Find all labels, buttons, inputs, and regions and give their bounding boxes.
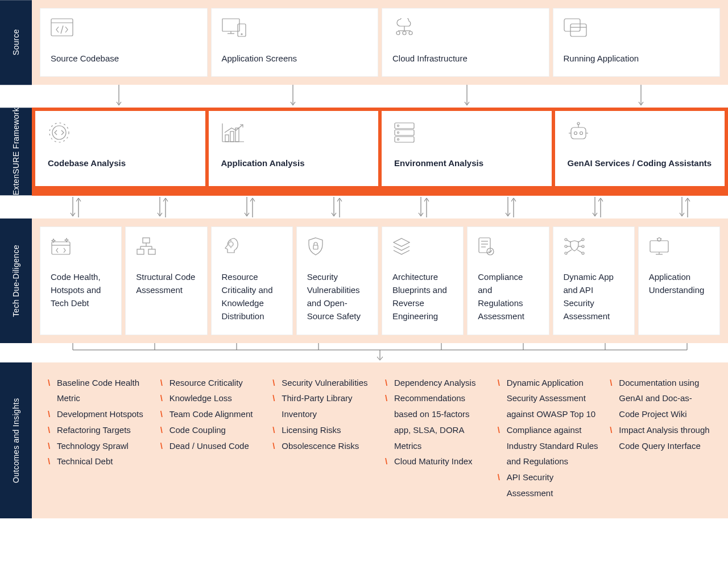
svg-rect-58 [143, 238, 150, 243]
svg-rect-59 [137, 249, 144, 254]
outcomes-col-5: Dynamic Application Security Assessment … [498, 375, 600, 501]
svg-point-7 [241, 34, 242, 35]
card-application-screens: Application Screens [211, 8, 379, 77]
svg-marker-69 [394, 238, 410, 246]
arrows-diligence-to-outcomes [32, 343, 728, 362]
list-item: Technical Debt [48, 453, 150, 469]
list-item: Documentation using GenAI and Doc-as-Cod… [610, 375, 712, 422]
card-label: Code Health, Hotspots and Tech Debt [51, 270, 111, 310]
list-item: Obsolescence Risks [272, 438, 375, 454]
outcomes-col-3: Security Vulnerabilities Third-Party Lib… [272, 375, 375, 501]
svg-rect-14 [570, 24, 586, 36]
card-codebase-analysis: Codebase Analysis [35, 111, 205, 185]
card-label: Architecture Blueprints and Reverse Engi… [392, 270, 453, 323]
list-item: Dynamic Application Security Assessment … [498, 375, 600, 422]
chart-growth-icon [221, 121, 246, 144]
row-label-outcomes: Outcomes and Insights [0, 362, 32, 518]
card-label: Compliance and Regulations Assessment [478, 270, 538, 323]
card-architecture-blueprints: Architecture Blueprints and Reverse Engi… [382, 226, 464, 335]
svg-line-81 [567, 240, 571, 242]
list-item: Impact Analysis through Code Query Inter… [610, 422, 712, 454]
card-label: Running Application [564, 52, 710, 65]
card-cloud-infrastructure: Cloud Infrastructure [382, 8, 549, 77]
framework-cards: Codebase Analysis Application Analysis E… [35, 111, 725, 185]
card-label: Structural Code Assessment [136, 270, 196, 297]
svg-rect-24 [225, 135, 229, 142]
document-check-icon [478, 235, 503, 258]
card-label: Source Codebase [51, 52, 197, 65]
outcomes-col-4: Dependency Analysis Recommendations base… [385, 375, 487, 501]
list-item: Team Code Alignment [160, 406, 263, 422]
card-label: Application Screens [222, 52, 368, 65]
arrows-framework-to-diligence [32, 196, 728, 218]
list-item: Development Hotspots [48, 406, 150, 422]
card-label: Environment Analysis [394, 156, 539, 170]
list-item: Third-Party Library Inventory [272, 390, 375, 422]
row-label-framework: ExtenSURE Framework [0, 108, 32, 195]
devices-icon [222, 17, 247, 39]
server-rack-icon [394, 121, 419, 144]
card-label: Security Vulnerabilities and Open-Source… [307, 270, 367, 323]
shield-lock-icon [307, 235, 332, 258]
card-label: Application Understanding [649, 270, 709, 297]
svg-line-86 [577, 250, 582, 253]
sparkle-code-icon [51, 235, 76, 258]
card-security-vulnerabilities: Security Vulnerabilities and Open-Source… [296, 226, 378, 335]
svg-point-35 [580, 132, 582, 135]
svg-point-11 [403, 31, 406, 35]
card-source-codebase: Source Codebase [40, 8, 208, 77]
svg-point-78 [582, 252, 584, 254]
svg-line-92 [657, 238, 657, 239]
card-application-analysis: Application Analysis [209, 111, 379, 185]
svg-point-34 [574, 132, 577, 135]
svg-point-65 [229, 242, 233, 246]
svg-point-31 [398, 132, 399, 134]
shield-network-icon [564, 235, 589, 258]
list-item: Dead / Unused Code [160, 438, 263, 454]
svg-point-30 [398, 125, 399, 127]
list-item: Dependency Analysis [385, 375, 487, 391]
card-environment-analysis: Environment Analysis [382, 111, 552, 185]
svg-point-80 [582, 245, 584, 248]
gear-code-icon [48, 121, 73, 144]
svg-point-12 [409, 31, 412, 35]
svg-point-76 [582, 238, 584, 241]
list-item: Resource Criticality [160, 375, 263, 391]
svg-rect-70 [479, 238, 490, 253]
svg-point-79 [565, 245, 567, 248]
svg-rect-87 [650, 241, 668, 252]
row-label-source: Source [0, 0, 32, 85]
svg-point-10 [396, 31, 400, 35]
card-label: Codebase Analysis [48, 156, 193, 170]
list-item: Baseline Code Health Metric [48, 375, 150, 407]
monitor-idea-icon [649, 235, 674, 258]
svg-rect-33 [571, 127, 586, 139]
card-code-health: Code Health, Hotspots and Tech Debt [40, 226, 122, 335]
head-idea-icon [222, 235, 247, 258]
svg-rect-3 [222, 19, 239, 31]
svg-point-32 [398, 139, 399, 141]
outcomes-col-2: Resource Criticality Knowledge Loss Team… [160, 375, 263, 501]
diligence-cards: Code Health, Hotspots and Tech Debt Stru… [40, 226, 720, 335]
svg-rect-56 [52, 242, 70, 254]
list-item: Licensing Risks [272, 422, 375, 438]
card-running-application: Running Application [553, 8, 721, 77]
svg-rect-13 [564, 19, 580, 31]
card-genai-services: GenAI Services / Coding Assistants [555, 111, 725, 185]
list-item: API Security Assessment [498, 469, 600, 501]
list-item: Knowledge Loss [160, 390, 263, 406]
robot-icon [568, 121, 593, 144]
hierarchy-icon [136, 235, 161, 258]
list-item: Security Vulnerabilities [272, 375, 375, 391]
svg-rect-60 [148, 249, 155, 254]
list-item: Technology Sprawl [48, 438, 150, 454]
card-compliance-assessment: Compliance and Regulations Assessment [467, 226, 549, 335]
list-item: Recommendations based on 15-factors app,… [385, 390, 487, 453]
card-label: Cloud Infrastructure [392, 52, 539, 65]
source-cards: Source Codebase Application Screens Clou… [40, 8, 720, 77]
svg-line-2 [61, 26, 63, 34]
outcomes-col-6: Documentation using GenAI and Doc-as-Cod… [610, 375, 712, 501]
windows-stack-icon [564, 17, 589, 39]
svg-point-77 [565, 252, 567, 254]
list-item: Compliance against Industry Standard Rul… [498, 422, 600, 469]
